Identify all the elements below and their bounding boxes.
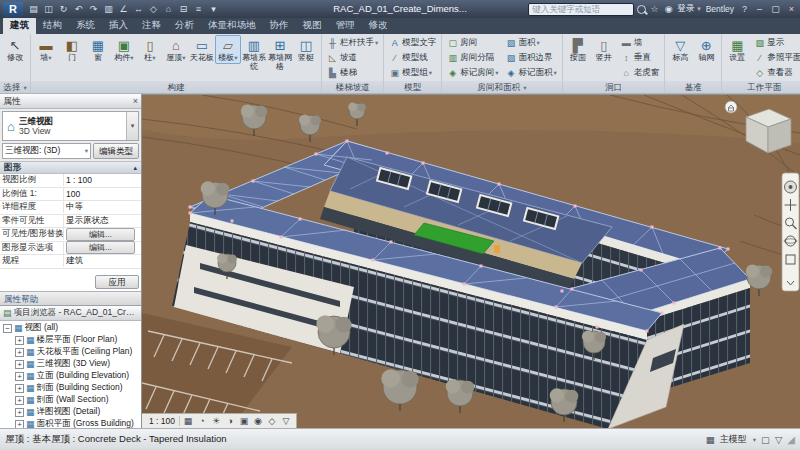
revit-logo[interactable]: R (3, 2, 23, 17)
property-value[interactable]: 显示原状态 (64, 215, 141, 227)
qat-undo-icon[interactable]: ↶ (72, 4, 85, 14)
sign-in-button[interactable]: 登录 (677, 3, 694, 15)
edit-button[interactable]: 编辑... (66, 228, 135, 241)
detail-level-button[interactable]: ▦ (181, 416, 195, 426)
tree-item[interactable]: +▦剖面 (Building Section) (0, 382, 141, 394)
tool-grid[interactable]: ⊕轴网 (693, 35, 719, 64)
help-icon[interactable]: ? (739, 4, 750, 14)
tool-area[interactable]: ▨面积▾ (503, 35, 560, 50)
model-canvas[interactable] (142, 95, 800, 428)
tool-ramp[interactable]: ◺坡道 (324, 50, 381, 65)
panel-caption-work-plane[interactable]: 工作平面 (722, 81, 800, 93)
tab-collaborate[interactable]: 协作 (263, 17, 296, 34)
close-button[interactable]: × (785, 4, 798, 14)
property-value[interactable]: 1 : 100 (64, 175, 141, 185)
tool-vertical-opening[interactable]: ↕垂直 (618, 50, 663, 65)
property-value[interactable]: 100 (64, 189, 141, 199)
tool-component[interactable]: ▣构件▾ (111, 35, 137, 64)
tool-modify[interactable]: ↖修改 (2, 35, 28, 64)
exclude-options-checkbox[interactable]: ▢ (761, 434, 770, 445)
search-icon[interactable] (637, 5, 646, 14)
filter-icon[interactable]: ▽ (775, 434, 782, 445)
tab-analyze[interactable]: 分析 (168, 17, 201, 34)
tool-model-group[interactable]: ▣模型组▾ (386, 65, 439, 80)
property-value[interactable]: 编辑... (64, 228, 141, 241)
tool-set-work-plane[interactable]: ▦设置 (724, 35, 750, 64)
panel-caption-model[interactable]: 模型 (384, 81, 441, 93)
panel-caption-datum[interactable]: 基准 (665, 81, 721, 93)
sun-path-button[interactable]: ☀ (209, 416, 223, 426)
sign-in-dropdown-icon[interactable]: ▾ (697, 5, 701, 13)
tool-area-boundary[interactable]: ▧面积边界 (503, 50, 560, 65)
design-options-dropdown[interactable]: 主模型 (720, 433, 747, 446)
chevron-down-icon[interactable]: ▾ (753, 436, 756, 444)
tool-column[interactable]: ▯柱▾ (137, 35, 163, 64)
tool-opening-by-face[interactable]: ▛按面 (565, 35, 591, 64)
tool-curtain-grid[interactable]: ⊞幕墙网格 (267, 35, 293, 72)
shadows-button[interactable]: ◑ (223, 416, 237, 426)
graphics-section-header[interactable]: 图形 ▴ (0, 161, 141, 174)
tree-item[interactable]: +▦三维视图 (3D View) (0, 358, 141, 370)
expand-icon[interactable]: + (15, 336, 24, 345)
tool-ceiling[interactable]: ▭天花板 (189, 35, 215, 64)
drawing-area[interactable]: 1 : 100 ▦◔☀◑▣◉◇▽ (142, 94, 800, 428)
type-selector[interactable]: ⌂ 三维视图 3D View ▾ (2, 111, 139, 141)
maximize-button[interactable]: ▢ (769, 4, 782, 14)
tab-manage[interactable]: 管理 (329, 17, 362, 34)
qat-tag-icon[interactable]: ◇ (147, 4, 160, 14)
visual-style-button[interactable]: ◔ (195, 416, 209, 426)
tool-model-line[interactable]: ∕模型线 (386, 50, 439, 65)
navigation-bar[interactable] (782, 173, 799, 291)
collapse-icon[interactable]: − (3, 324, 12, 333)
worksets-icon[interactable]: ▦ (706, 434, 715, 445)
panel-caption-build[interactable]: 构建 (31, 81, 321, 93)
qat-open-icon[interactable]: ▤ (27, 4, 40, 14)
minimize-button[interactable]: – (753, 4, 766, 14)
tool-ref-plane[interactable]: ∕参照平面 (751, 50, 800, 65)
tool-level[interactable]: ▽标高 (667, 35, 693, 64)
temporary-hide-isolate-button[interactable]: ◇ (265, 416, 279, 426)
qat-measure-icon[interactable]: ∠ (117, 4, 130, 14)
project-browser-header[interactable]: ▤ 项目浏览器 - RAC_AD_01_Create_Dim... (0, 306, 141, 321)
tab-massing-site[interactable]: 体量和场地 (201, 17, 263, 34)
close-icon[interactable]: × (133, 96, 138, 106)
tool-stair[interactable]: ▙楼梯 (324, 65, 381, 80)
qat-save-icon[interactable]: ◫ (42, 4, 55, 14)
tree-item[interactable]: +▦面积平面 (Gross Building) (0, 418, 141, 428)
expand-icon[interactable]: + (15, 348, 24, 357)
tab-insert[interactable]: 插入 (102, 17, 135, 34)
favorites-star-icon[interactable]: ☆ (649, 4, 660, 14)
tool-room[interactable]: ▢房间 (444, 35, 501, 50)
instance-filter-combo[interactable]: 三维视图: (3D) ▾ (2, 143, 91, 159)
panel-caption-selection[interactable]: 选择 ▾ (0, 81, 30, 93)
tab-structure[interactable]: 结构 (36, 17, 69, 34)
tool-curtain-system[interactable]: ▥幕墙系统 (241, 35, 267, 72)
tab-modify[interactable]: 修改 (362, 17, 395, 34)
expand-icon[interactable]: + (15, 372, 24, 381)
tool-railing[interactable]: ╫栏杆扶手▾ (324, 35, 381, 50)
edit-button[interactable]: 编辑... (66, 241, 135, 254)
tool-floor[interactable]: ▱楼板▾ (215, 35, 241, 64)
tool-tag-area[interactable]: ◈标记面积▾ (503, 65, 560, 80)
tool-mullion[interactable]: ◫竖梃 (293, 35, 319, 64)
property-value[interactable]: 编辑... (64, 241, 141, 254)
tree-item[interactable]: +▦立面 (Building Elevation) (0, 370, 141, 382)
tree-item[interactable]: +▦详图视图 (Detail) (0, 406, 141, 418)
scale-button[interactable]: 1 : 100 (145, 416, 180, 426)
tool-tag-room[interactable]: ◈标记房间▾ (444, 65, 501, 80)
crop-view-button[interactable]: ▣ (237, 416, 251, 426)
apply-button[interactable]: 应用 (95, 275, 139, 289)
qat-section-icon[interactable]: ⊟ (177, 4, 190, 14)
properties-header[interactable]: 属性 × (0, 94, 141, 109)
tool-viewer[interactable]: ◇查看器 (751, 65, 800, 80)
qat-aligned-dimension-icon[interactable]: ↔ (132, 4, 145, 14)
tool-dormer[interactable]: ⌂老虎窗 (618, 65, 663, 80)
reveal-hidden-button[interactable]: ▽ (279, 416, 293, 426)
tab-annotate[interactable]: 注释 (135, 17, 168, 34)
tool-roof[interactable]: ⌂屋顶▾ (163, 35, 189, 64)
tool-window[interactable]: ▦窗 (85, 35, 111, 64)
qat-print-icon[interactable]: ▥ (102, 4, 115, 14)
expand-icon[interactable]: + (15, 420, 24, 429)
qat-default-3d-view-icon[interactable]: ⌂ (162, 4, 175, 14)
tool-show-work-plane[interactable]: ▧显示 (751, 35, 800, 50)
